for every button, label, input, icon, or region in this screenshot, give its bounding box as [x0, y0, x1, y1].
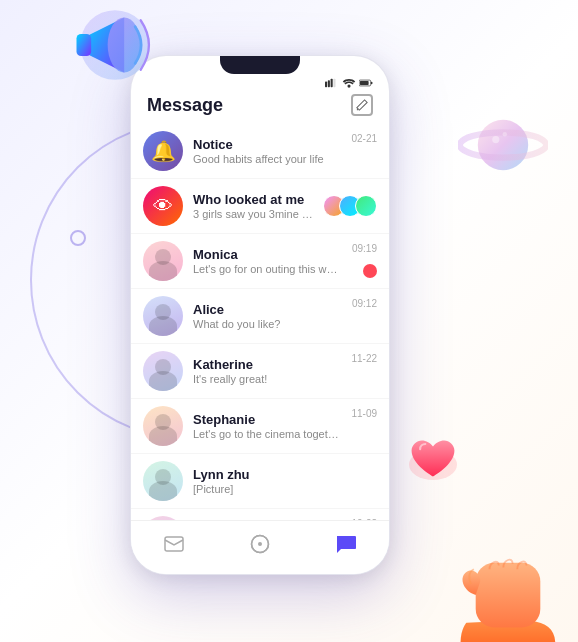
avatar: 🔔 — [143, 131, 183, 171]
contact-name: Stephanie — [193, 412, 341, 427]
svg-point-12 — [347, 85, 350, 88]
tab-bar — [131, 520, 389, 574]
tab-mail[interactable] — [163, 533, 185, 555]
contact-name: Alice — [193, 302, 342, 317]
svg-point-18 — [258, 542, 262, 546]
chat-icon — [335, 533, 357, 555]
message-preview: [Picture] — [193, 483, 367, 495]
compose-icon[interactable] — [351, 94, 373, 116]
svg-rect-15 — [371, 82, 372, 84]
list-item[interactable]: 🔔 Notice Good habits affect your life 02… — [131, 124, 389, 179]
unread-badge — [363, 264, 377, 278]
svg-point-7 — [503, 132, 508, 137]
message-preview: Good habits affect your life — [193, 153, 341, 165]
message-time: 02-21 — [351, 133, 377, 144]
message-time: 09:12 — [352, 298, 377, 309]
avatar: 👁 — [143, 186, 183, 226]
svg-point-4 — [478, 120, 528, 170]
svg-rect-21 — [476, 563, 541, 628]
phone-frame: Message 🔔 Notice Good habits affect your… — [130, 55, 390, 575]
message-preview: Let's go for on outing this weekend~ — [193, 263, 342, 275]
contact-name: Lynn zhu — [193, 467, 367, 482]
mail-icon — [163, 533, 185, 555]
message-list: 🔔 Notice Good habits affect your life 02… — [131, 124, 389, 522]
svg-point-6 — [492, 136, 499, 143]
contact-name: Katherine — [193, 357, 341, 372]
planet-icon — [458, 100, 548, 190]
message-time: 09:19 — [352, 243, 377, 254]
list-item[interactable]: Monica Let's go for on outing this weeke… — [131, 234, 389, 289]
heart-icon — [403, 432, 463, 487]
svg-rect-11 — [333, 79, 335, 87]
message-preview: What do you like? — [193, 318, 342, 330]
avatar — [143, 296, 183, 336]
list-item[interactable]: Stephanie Let's go to the cinema togethe… — [131, 399, 389, 454]
svg-rect-14 — [360, 81, 369, 85]
megaphone-icon — [60, 0, 170, 100]
list-item[interactable]: 👁 Who looked at me 3 girls saw you 3mine… — [131, 179, 389, 234]
hand-icon — [448, 512, 568, 642]
avatar — [143, 406, 183, 446]
svg-rect-9 — [328, 80, 330, 87]
message-time: 11-09 — [351, 408, 377, 419]
tab-compass[interactable] — [249, 533, 271, 555]
tab-chat[interactable] — [335, 533, 357, 555]
contact-name: Monica — [193, 247, 342, 262]
phone-notch — [220, 56, 300, 74]
message-preview: 3 girls saw you 3mine ago — [193, 208, 313, 220]
svg-rect-16 — [165, 537, 183, 551]
list-item[interactable]: Alice What do you like? 09:12 — [131, 289, 389, 344]
contact-name: Who looked at me — [193, 192, 313, 207]
svg-rect-2 — [77, 34, 92, 56]
svg-rect-8 — [325, 82, 327, 88]
viewer-avatars — [323, 195, 377, 217]
bg-circle-small — [70, 230, 86, 246]
contact-name: Notice — [193, 137, 341, 152]
svg-rect-10 — [331, 79, 333, 87]
avatar — [143, 241, 183, 281]
avatar — [143, 351, 183, 391]
compass-icon — [249, 533, 271, 555]
list-item[interactable]: Katherine It's really great! 11-22 — [131, 344, 389, 399]
message-preview: It's really great! — [193, 373, 341, 385]
message-time: 11-22 — [351, 353, 377, 364]
message-preview: Let's go to the cinema together — [193, 428, 341, 440]
avatar — [143, 461, 183, 501]
list-item[interactable]: Lynn zhu [Picture] — [131, 454, 389, 509]
